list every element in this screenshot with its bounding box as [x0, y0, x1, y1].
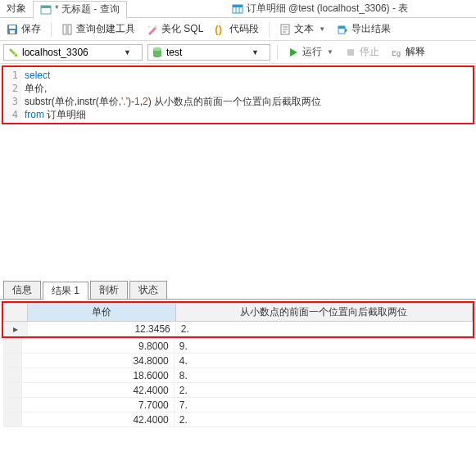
result-grid: 单价 从小数点的前面一个位置向后截取两位 ▸ 12.3456 2. [3, 303, 473, 336]
rowhead [4, 413, 22, 427]
cell[interactable]: 18.6000 [21, 368, 174, 383]
table-row[interactable]: 34.80004. [4, 354, 477, 368]
table-row[interactable]: 7.70007. [4, 398, 477, 413]
cell[interactable]: 2. [174, 383, 476, 398]
save-label: 保存 [21, 22, 41, 36]
cell[interactable]: 7. [174, 398, 476, 413]
beautify-button[interactable]: 美化 SQL [143, 20, 206, 38]
cell[interactable]: 7.7000 [21, 398, 174, 413]
sql-editor[interactable]: 1234 select 单价, substr(单价,instr(单价,'.')-… [2, 65, 474, 124]
cell[interactable]: 34.8000 [21, 354, 174, 368]
connection-input[interactable] [22, 46, 120, 59]
code-keyword: from [25, 109, 44, 120]
table-row[interactable]: 42.40002. [4, 413, 477, 427]
chevron-down-icon: ▼ [124, 48, 131, 56]
sql-code[interactable]: select 单价, substr(单价,instr(单价,'.')-1,2) … [21, 67, 324, 123]
svg-rect-19 [15, 54, 17, 56]
code-text: ) 从小数点的前面一个位置向后截取两位 [148, 96, 321, 107]
text-button[interactable]: 文本 ▼ [276, 20, 329, 38]
table-row[interactable]: 18.60008. [4, 368, 477, 383]
table-row[interactable]: 42.40002. [4, 383, 477, 398]
rowhead [4, 368, 22, 383]
result-grid-header-frame: 单价 从小数点的前面一个位置向后截取两位 ▸ 12.3456 2. [2, 301, 474, 338]
explain-icon: Eg [391, 47, 402, 58]
line-gutter: 1234 [3, 67, 21, 123]
cell[interactable]: 2. [175, 322, 472, 336]
code-string: '.' [121, 96, 128, 107]
cell[interactable]: 42.4000 [21, 383, 174, 398]
query-icon [40, 4, 52, 16]
svg-rect-7 [9, 25, 16, 29]
code-number: 2 [143, 96, 148, 107]
tab-result[interactable]: 结果 1 [43, 282, 88, 300]
tab-table-label: 订单明细 @test (localhost_3306) - 表 [247, 2, 409, 16]
cell[interactable]: 42.4000 [21, 413, 174, 427]
beautify-icon [147, 24, 158, 35]
chevron-down-icon: ▼ [327, 48, 333, 56]
tab-profile[interactable]: 剖析 [90, 281, 128, 299]
stop-label: 停止 [360, 45, 379, 59]
svg-point-11 [155, 25, 156, 27]
export-button[interactable]: 导出结果 [333, 20, 394, 38]
rowhead [4, 339, 22, 354]
rowhead [4, 398, 22, 413]
tab-object[interactable]: 对象 [0, 0, 33, 18]
tab-query[interactable]: * 无标题 - 查询 [33, 1, 127, 19]
table-row[interactable]: 9.80009. [4, 339, 477, 354]
tab-status[interactable]: 状态 [129, 281, 167, 299]
code-text: substr(单价,instr(单价, [25, 96, 121, 107]
cell[interactable]: 2. [174, 413, 476, 427]
save-button[interactable]: 保存 [3, 20, 44, 38]
database-icon [152, 47, 163, 58]
cell[interactable]: 9.8000 [21, 339, 174, 354]
code-keyword: select [25, 70, 50, 81]
play-icon [288, 47, 299, 58]
code-text: 订单明细 [44, 109, 86, 120]
separator [51, 22, 52, 37]
header-row: 单价 从小数点的前面一个位置向后截取两位 [4, 304, 473, 322]
separator [277, 45, 278, 60]
table-row[interactable]: ▸ 12.3456 2. [4, 322, 473, 336]
stop-icon [345, 47, 356, 58]
schema-combo[interactable]: ▼ [147, 44, 270, 61]
cell[interactable]: 12.3456 [27, 322, 175, 336]
svg-rect-10 [68, 25, 71, 34]
svg-rect-8 [10, 30, 15, 34]
svg-rect-22 [347, 49, 354, 56]
rowhead [4, 354, 22, 368]
export-label: 导出结果 [351, 22, 391, 36]
editor-blank-area[interactable] [0, 126, 476, 282]
tab-table[interactable]: 订单明细 @test (localhost_3306) - 表 [225, 0, 415, 18]
run-button[interactable]: 运行 ▼ [284, 43, 337, 61]
cell[interactable]: 9. [174, 339, 476, 354]
svg-point-21 [153, 47, 161, 51]
cell[interactable]: 4. [174, 354, 476, 368]
query-builder-label: 查询创建工具 [76, 22, 135, 36]
export-icon [337, 24, 348, 35]
code-snippet-button[interactable]: () 代码段 [211, 20, 262, 38]
beautify-label: 美化 SQL [161, 22, 203, 36]
query-builder-button[interactable]: 查询创建工具 [58, 20, 138, 38]
tab-query-label: * 无标题 - 查询 [55, 2, 120, 16]
svg-rect-9 [63, 25, 66, 34]
svg-text:Eg: Eg [392, 49, 401, 57]
connection-icon [7, 47, 19, 58]
schema-input[interactable] [166, 46, 248, 59]
cell[interactable]: 8. [174, 368, 476, 383]
tab-object-label: 对象 [7, 2, 26, 16]
explain-label: 解释 [406, 45, 425, 59]
column-header-1[interactable]: 单价 [27, 304, 175, 322]
tab-info[interactable]: 信息 [3, 281, 41, 299]
explain-button[interactable]: Eg 解释 [388, 43, 428, 61]
connection-combo[interactable]: ▼ [3, 44, 143, 61]
chevron-down-icon: ▼ [319, 25, 325, 33]
rowhead-corner [4, 304, 28, 322]
column-header-2[interactable]: 从小数点的前面一个位置向后截取两位 [175, 304, 472, 322]
save-icon [7, 24, 18, 35]
document-tabs: 对象 * 无标题 - 查询 订单明细 @test (localhost_3306… [0, 0, 476, 18]
svg-point-12 [148, 26, 150, 28]
code-number: 1 [134, 96, 140, 107]
svg-rect-3 [233, 5, 243, 7]
query-builder-icon [61, 24, 73, 35]
run-label: 运行 [302, 45, 322, 59]
